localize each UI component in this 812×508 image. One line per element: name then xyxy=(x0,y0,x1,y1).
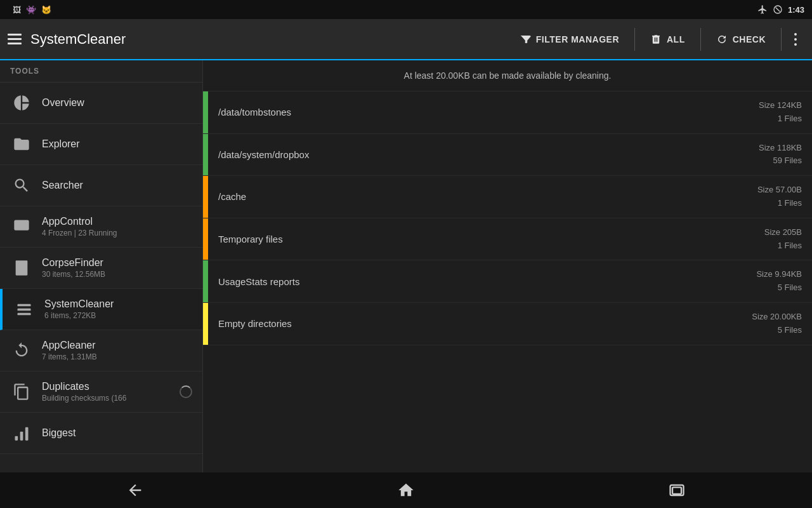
home-button[interactable] xyxy=(372,475,440,505)
systemcleaner-sub: 6 items, 272KB xyxy=(44,311,192,320)
searcher-name: Searcher xyxy=(42,180,192,191)
file-row[interactable]: /data/tombstones Size 124KB 1 Files xyxy=(203,91,812,134)
sidebar-item-appcleaner[interactable]: AppCleaner 7 items, 1.31MB xyxy=(0,330,202,371)
svg-rect-6 xyxy=(18,309,31,311)
corpsefinder-text: CorpseFinder 30 items, 12.56MB xyxy=(42,257,192,279)
toolbar-divider-2 xyxy=(700,28,701,51)
file-meta: Size 205B 1 Files xyxy=(764,226,802,253)
no-sim-icon xyxy=(773,4,783,15)
file-row-content: UsageStats reports Size 9.94KB 5 Files xyxy=(208,260,812,302)
color-bar xyxy=(203,91,208,133)
biggest-name: Biggest xyxy=(42,427,192,439)
duplicates-name: Duplicates xyxy=(42,381,180,392)
filter-manager-button[interactable]: FILTER MANAGER xyxy=(509,27,629,51)
svg-rect-8 xyxy=(15,436,18,441)
overview-text: Overview xyxy=(42,97,192,109)
file-size: Size 118KB xyxy=(759,142,802,155)
svg-rect-2 xyxy=(14,220,29,231)
file-count: 1 Files xyxy=(757,197,802,210)
toolbar-actions: FILTER MANAGER ALL CHECK xyxy=(509,27,804,52)
file-name: /cache xyxy=(218,191,757,202)
searcher-icon xyxy=(10,174,33,197)
filter-icon xyxy=(520,34,531,45)
svg-rect-9 xyxy=(20,432,23,441)
color-bar xyxy=(203,303,208,345)
file-row-content: /cache Size 57.00B 1 Files xyxy=(208,176,812,218)
menu-icon[interactable] xyxy=(8,34,22,44)
file-name: Temporary files xyxy=(218,234,764,244)
file-meta: Size 124KB 1 Files xyxy=(759,99,802,126)
sidebar-item-appcontrol[interactable]: AppControl 4 Frozen | 23 Running xyxy=(0,206,202,248)
duplicates-sub: Building checksums (166 xyxy=(42,394,180,403)
file-row[interactable]: /cache Size 57.00B 1 Files xyxy=(203,176,812,218)
color-bar xyxy=(203,260,208,302)
file-size: Size 9.94KB xyxy=(756,268,802,281)
svg-rect-7 xyxy=(18,313,31,316)
recents-icon xyxy=(668,481,686,499)
overview-name: Overview xyxy=(42,97,192,109)
file-size: Size 20.00KB xyxy=(752,311,802,324)
file-count: 1 Files xyxy=(764,239,802,253)
toolbar-title: SystemCleaner xyxy=(30,31,126,48)
duplicates-text: Duplicates Building checksums (166 xyxy=(42,381,180,403)
toolbar-divider-1 xyxy=(634,28,635,51)
toolbar-divider-3 xyxy=(781,28,782,51)
info-text: At least 20.00KB can be made available b… xyxy=(404,70,612,81)
biggest-icon xyxy=(10,422,33,444)
all-button[interactable]: ALL xyxy=(640,27,695,51)
file-row-content: /data/system/dropbox Size 118KB 59 Files xyxy=(208,134,812,176)
file-meta: Size 20.00KB 5 Files xyxy=(752,311,802,337)
file-meta: Size 118KB 59 Files xyxy=(759,142,802,168)
corpsefinder-icon: RIP xyxy=(10,257,33,279)
cat-icon: 🐱 xyxy=(41,5,51,15)
recents-button[interactable] xyxy=(643,475,711,505)
color-bar xyxy=(203,134,208,176)
file-meta: Size 9.94KB 5 Files xyxy=(756,268,802,295)
color-bar xyxy=(203,176,208,218)
systemcleaner-icon xyxy=(13,298,36,321)
duplicates-spinner xyxy=(180,385,192,398)
toolbar: SystemCleaner FILTER MANAGER ALL CHECK xyxy=(0,19,812,60)
sidebar-item-duplicates[interactable]: Duplicates Building checksums (166 xyxy=(0,371,202,413)
sidebar-item-biggest[interactable]: Biggest xyxy=(0,413,202,454)
file-count: 5 Files xyxy=(752,324,802,337)
file-name: UsageStats reports xyxy=(218,276,756,287)
back-button[interactable] xyxy=(101,475,169,505)
explorer-name: Explorer xyxy=(42,138,192,150)
appcontrol-name: AppControl xyxy=(42,216,192,227)
file-row[interactable]: Empty directories Size 20.00KB 5 Files xyxy=(203,303,812,345)
searcher-text: Searcher xyxy=(42,180,192,191)
file-meta: Size 57.00B 1 Files xyxy=(757,184,802,210)
file-size: Size 124KB xyxy=(759,99,802,112)
overflow-menu-button[interactable] xyxy=(787,27,804,52)
tools-label: TOOLS xyxy=(0,60,202,83)
svg-rect-12 xyxy=(672,487,681,494)
file-row-content: /data/tombstones Size 124KB 1 Files xyxy=(208,91,812,133)
systemcleaner-text: SystemCleaner 6 items, 272KB xyxy=(44,298,192,320)
refresh-icon xyxy=(716,34,728,45)
sidebar-item-systemcleaner[interactable]: SystemCleaner 6 items, 272KB xyxy=(0,289,202,330)
file-row[interactable]: Temporary files Size 205B 1 Files xyxy=(203,218,812,261)
sidebar-item-searcher[interactable]: Searcher xyxy=(0,165,202,206)
sidebar-item-overview[interactable]: Overview xyxy=(0,83,202,124)
content-area: At least 20.00KB can be made available b… xyxy=(203,60,812,472)
explorer-text: Explorer xyxy=(42,138,192,150)
status-time: 1:43 xyxy=(788,5,804,15)
svg-rect-10 xyxy=(25,427,29,441)
file-count: 1 Files xyxy=(759,112,802,126)
svg-line-1 xyxy=(776,8,780,12)
systemcleaner-name: SystemCleaner xyxy=(44,298,192,310)
home-icon xyxy=(397,481,415,499)
file-count: 59 Files xyxy=(759,154,802,168)
sidebar-item-corpsefinder[interactable]: RIP CorpseFinder 30 items, 12.56MB xyxy=(0,248,202,289)
check-button[interactable]: CHECK xyxy=(706,27,776,51)
file-size: Size 205B xyxy=(764,226,802,239)
status-bar: 🖼 👾 🐱 1:43 xyxy=(0,0,812,19)
file-row[interactable]: UsageStats reports Size 9.94KB 5 Files xyxy=(203,260,812,303)
biggest-text: Biggest xyxy=(42,427,192,439)
file-row[interactable]: /data/system/dropbox Size 118KB 59 Files xyxy=(203,134,812,177)
corpsefinder-sub: 30 items, 12.56MB xyxy=(42,270,192,279)
back-icon xyxy=(126,481,144,499)
sidebar-item-explorer[interactable]: Explorer xyxy=(0,124,202,165)
corpsefinder-name: CorpseFinder xyxy=(42,257,192,269)
